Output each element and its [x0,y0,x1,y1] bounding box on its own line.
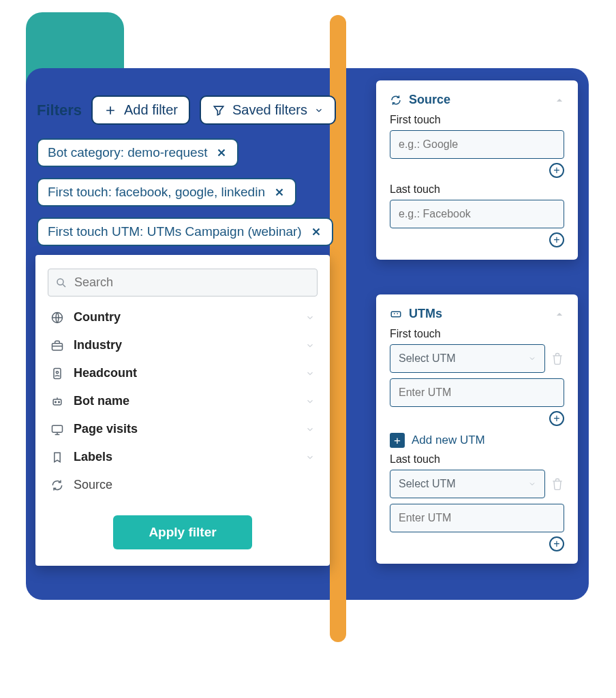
utm-value-last-input[interactable] [390,504,564,532]
filter-chip-label: Bot category: demo-request [48,145,207,160]
utms-card-title: UTMs [409,307,442,321]
utm-select-first[interactable]: Select UTM [390,344,545,373]
filter-chip-label: First touch: facebook, google, linkedin [48,185,265,200]
monitor-icon [50,423,64,436]
plus-icon [104,104,117,117]
source-first-touch-label: First touch [390,114,564,126]
trash-icon[interactable] [551,477,564,491]
chevron-down-icon [305,397,315,406]
close-icon[interactable] [273,186,286,198]
add-new-utm-label: Add new UTM [412,434,485,447]
collapse-icon[interactable] [555,95,564,105]
add-last-touch-button[interactable]: + [549,232,564,247]
svg-rect-2 [52,343,63,350]
category-label: Industry [74,338,122,352]
close-icon[interactable] [215,147,228,159]
apply-filter-button[interactable]: Apply filter [113,515,251,549]
svg-rect-5 [53,399,61,404]
filter-category-industry[interactable]: Industry [48,331,318,359]
chevron-down-icon [528,480,536,488]
utm-select-placeholder: Select UTM [399,352,456,365]
category-label: Source [74,478,112,492]
filter-category-page-visits[interactable]: Page visits [48,415,318,443]
filter-category-headcount[interactable]: Headcount [48,359,318,387]
source-last-touch-label: Last touch [390,183,564,196]
search-input[interactable] [73,275,310,290]
category-label: Country [74,310,121,324]
source-last-touch-input[interactable] [390,200,564,228]
add-filter-label: Add filter [124,102,178,118]
filter-panel: CountryIndustryHeadcountBot namePage vis… [35,255,330,566]
search-icon [55,277,67,289]
refresh-icon [50,479,64,492]
svg-point-6 [55,401,57,403]
source-card: Source First touch + Last touch + [376,80,578,260]
chevron-down-icon [528,354,536,363]
chevron-down-icon [305,369,315,378]
chevron-down-icon [305,425,315,434]
utm-select-placeholder: Select UTM [399,478,456,490]
utms-first-touch-label: First touch [390,328,564,340]
filters-title: Filters [37,102,82,119]
source-first-touch-input[interactable] [390,130,564,159]
category-label: Page visits [74,422,138,436]
close-icon[interactable] [310,226,322,238]
briefcase-icon [50,339,64,352]
refresh-icon [390,94,402,106]
utm-value-first-input[interactable] [390,378,564,407]
filter-chip[interactable]: Bot category: demo-request [37,138,238,167]
globe-icon [50,311,64,324]
filter-category-country[interactable]: Country [48,303,318,331]
search-field-wrap[interactable] [48,269,318,297]
utm-icon [390,308,402,320]
filter-category-source[interactable]: Source [48,471,318,499]
bookmark-icon [50,451,64,464]
svg-point-7 [59,401,60,403]
add-new-utm-button[interactable]: + Add new UTM [390,433,564,448]
chevron-down-icon [305,341,315,350]
add-utm-row-button[interactable]: + [549,411,564,426]
utm-select-last[interactable]: Select UTM [390,470,545,498]
add-first-touch-button[interactable]: + [549,163,564,178]
filter-category-bot-name[interactable]: Bot name [48,387,318,415]
chevron-down-icon [314,106,324,115]
filter-category-labels[interactable]: Labels [48,443,318,471]
funnel-icon [212,104,226,117]
category-label: Bot name [74,394,129,408]
collapse-icon[interactable] [555,309,564,319]
chevron-down-icon [305,313,315,322]
utms-card: UTMs First touch Select UTM + + Add new … [376,294,578,564]
saved-filters-button[interactable]: Saved filters [200,95,336,125]
saved-filters-label: Saved filters [232,102,307,118]
svg-point-4 [56,371,58,373]
add-utm-row-button[interactable]: + [549,536,564,551]
add-filter-button[interactable]: Add filter [91,95,190,125]
plus-icon: + [390,433,405,448]
source-card-title: Source [409,93,450,107]
filter-category-list: CountryIndustryHeadcountBot namePage vis… [48,303,318,499]
chevron-down-icon [305,453,315,462]
svg-rect-9 [391,312,401,317]
filter-chip[interactable]: First touch: facebook, google, linkedin [37,178,296,207]
category-label: Headcount [74,366,137,380]
filter-chip[interactable]: First touch UTM: UTMs Campaign (webinar) [37,217,333,246]
filter-chip-label: First touch UTM: UTMs Campaign (webinar) [48,224,302,239]
filter-bar: Filters Add filter Saved filters Bot cat… [37,95,356,246]
id-badge-icon [50,367,64,380]
utms-last-touch-label: Last touch [390,453,564,466]
trash-icon[interactable] [551,352,564,365]
svg-point-0 [57,279,63,285]
svg-rect-8 [52,425,63,432]
applied-filter-chips: Bot category: demo-request First touch: … [37,138,356,246]
bot-icon [50,395,64,408]
category-label: Labels [74,450,112,464]
